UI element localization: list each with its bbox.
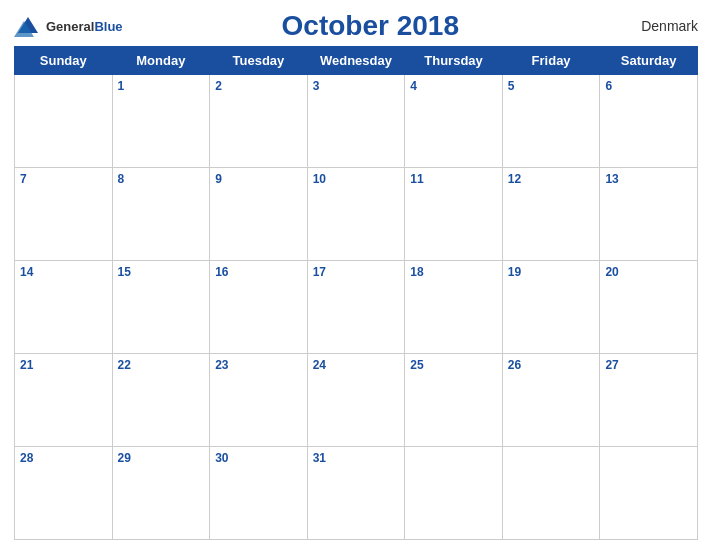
day-number: 26 bbox=[508, 358, 521, 372]
calendar-week-row: 28293031 bbox=[15, 447, 698, 540]
calendar-day-cell: 16 bbox=[210, 261, 308, 354]
day-number: 16 bbox=[215, 265, 228, 279]
calendar-day-cell: 18 bbox=[405, 261, 503, 354]
day-number: 4 bbox=[410, 79, 417, 93]
day-number: 2 bbox=[215, 79, 222, 93]
calendar-day-cell: 28 bbox=[15, 447, 113, 540]
day-number: 11 bbox=[410, 172, 423, 186]
day-number: 1 bbox=[118, 79, 125, 93]
day-number: 29 bbox=[118, 451, 131, 465]
calendar-day-cell: 6 bbox=[600, 75, 698, 168]
day-number: 23 bbox=[215, 358, 228, 372]
day-number: 25 bbox=[410, 358, 423, 372]
calendar-week-row: 14151617181920 bbox=[15, 261, 698, 354]
calendar-day-cell: 14 bbox=[15, 261, 113, 354]
day-number: 31 bbox=[313, 451, 326, 465]
weekday-header-row: SundayMondayTuesdayWednesdayThursdayFrid… bbox=[15, 47, 698, 75]
calendar-day-cell bbox=[502, 447, 600, 540]
calendar-day-cell bbox=[405, 447, 503, 540]
calendar-day-cell: 25 bbox=[405, 354, 503, 447]
calendar-header: GeneralBlue October 2018 Denmark bbox=[14, 10, 698, 42]
day-number: 9 bbox=[215, 172, 222, 186]
weekday-thursday: Thursday bbox=[405, 47, 503, 75]
calendar-day-cell: 19 bbox=[502, 261, 600, 354]
calendar-day-cell: 29 bbox=[112, 447, 210, 540]
logo-icon bbox=[14, 15, 42, 37]
day-number: 21 bbox=[20, 358, 33, 372]
calendar-title: October 2018 bbox=[123, 10, 618, 42]
calendar-day-cell: 26 bbox=[502, 354, 600, 447]
day-number: 5 bbox=[508, 79, 515, 93]
calendar-day-cell: 20 bbox=[600, 261, 698, 354]
calendar-day-cell: 21 bbox=[15, 354, 113, 447]
calendar-day-cell bbox=[600, 447, 698, 540]
day-number: 7 bbox=[20, 172, 27, 186]
weekday-sunday: Sunday bbox=[15, 47, 113, 75]
day-number: 6 bbox=[605, 79, 612, 93]
calendar-day-cell: 13 bbox=[600, 168, 698, 261]
calendar-day-cell: 3 bbox=[307, 75, 405, 168]
day-number: 8 bbox=[118, 172, 125, 186]
calendar-day-cell: 24 bbox=[307, 354, 405, 447]
calendar-day-cell: 23 bbox=[210, 354, 308, 447]
calendar-day-cell: 1 bbox=[112, 75, 210, 168]
calendar-day-cell: 27 bbox=[600, 354, 698, 447]
weekday-monday: Monday bbox=[112, 47, 210, 75]
day-number: 3 bbox=[313, 79, 320, 93]
day-number: 10 bbox=[313, 172, 326, 186]
day-number: 13 bbox=[605, 172, 618, 186]
logo-label: GeneralBlue bbox=[46, 17, 123, 35]
country-label: Denmark bbox=[618, 18, 698, 34]
day-number: 18 bbox=[410, 265, 423, 279]
calendar-day-cell: 31 bbox=[307, 447, 405, 540]
calendar-day-cell: 22 bbox=[112, 354, 210, 447]
calendar-day-cell: 5 bbox=[502, 75, 600, 168]
weekday-friday: Friday bbox=[502, 47, 600, 75]
day-number: 12 bbox=[508, 172, 521, 186]
calendar-week-row: 21222324252627 bbox=[15, 354, 698, 447]
calendar-week-row: 123456 bbox=[15, 75, 698, 168]
calendar-week-row: 78910111213 bbox=[15, 168, 698, 261]
calendar-day-cell: 12 bbox=[502, 168, 600, 261]
day-number: 15 bbox=[118, 265, 131, 279]
day-number: 14 bbox=[20, 265, 33, 279]
day-number: 19 bbox=[508, 265, 521, 279]
calendar-day-cell: 7 bbox=[15, 168, 113, 261]
day-number: 28 bbox=[20, 451, 33, 465]
calendar-day-cell bbox=[15, 75, 113, 168]
calendar-day-cell: 9 bbox=[210, 168, 308, 261]
calendar-day-cell: 15 bbox=[112, 261, 210, 354]
day-number: 22 bbox=[118, 358, 131, 372]
calendar-day-cell: 30 bbox=[210, 447, 308, 540]
day-number: 27 bbox=[605, 358, 618, 372]
calendar-table: SundayMondayTuesdayWednesdayThursdayFrid… bbox=[14, 46, 698, 540]
day-number: 17 bbox=[313, 265, 326, 279]
calendar-day-cell: 10 bbox=[307, 168, 405, 261]
weekday-saturday: Saturday bbox=[600, 47, 698, 75]
weekday-tuesday: Tuesday bbox=[210, 47, 308, 75]
weekday-wednesday: Wednesday bbox=[307, 47, 405, 75]
calendar-day-cell: 4 bbox=[405, 75, 503, 168]
calendar-day-cell: 17 bbox=[307, 261, 405, 354]
day-number: 30 bbox=[215, 451, 228, 465]
calendar-day-cell: 11 bbox=[405, 168, 503, 261]
calendar-day-cell: 8 bbox=[112, 168, 210, 261]
logo: GeneralBlue bbox=[14, 15, 123, 37]
day-number: 20 bbox=[605, 265, 618, 279]
calendar-day-cell: 2 bbox=[210, 75, 308, 168]
day-number: 24 bbox=[313, 358, 326, 372]
